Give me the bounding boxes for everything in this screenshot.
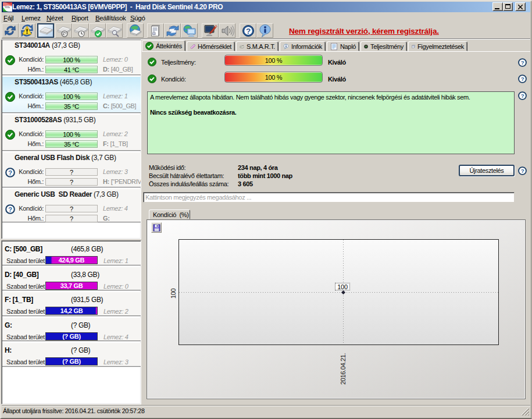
svg-text:?: ? — [246, 27, 251, 35]
svg-text:?: ? — [521, 76, 524, 82]
svg-text:?: ? — [521, 93, 524, 99]
svg-text:?: ? — [521, 59, 524, 66]
svg-text:?: ? — [521, 168, 524, 174]
